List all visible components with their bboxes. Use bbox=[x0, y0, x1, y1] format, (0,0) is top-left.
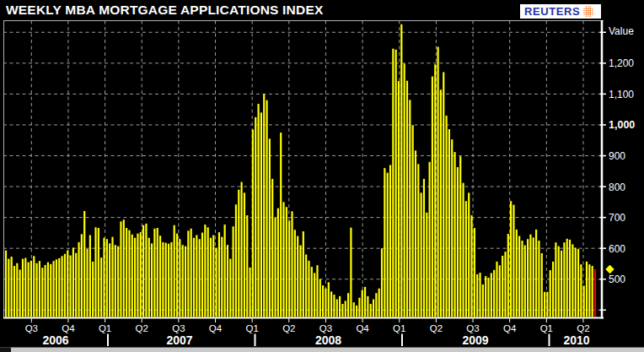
bar bbox=[389, 165, 391, 317]
bar bbox=[476, 274, 478, 317]
window-bottom-edge bbox=[0, 348, 644, 352]
bar bbox=[364, 287, 366, 317]
bar bbox=[233, 226, 234, 317]
bar bbox=[319, 279, 321, 317]
bar bbox=[257, 104, 259, 317]
bar bbox=[221, 237, 223, 317]
globe-dot bbox=[592, 8, 593, 8]
globe-dot bbox=[588, 9, 589, 11]
bar bbox=[491, 273, 492, 317]
bar bbox=[358, 298, 360, 317]
bar bbox=[277, 208, 279, 317]
bar bbox=[375, 293, 377, 317]
bar bbox=[367, 296, 368, 317]
bar bbox=[333, 295, 335, 317]
bar bbox=[378, 289, 380, 317]
globe-dot bbox=[584, 14, 585, 14]
quarter-label: Q1 bbox=[245, 323, 258, 333]
bar bbox=[282, 202, 284, 317]
value-tick-label: 800 bbox=[609, 181, 625, 193]
bar bbox=[145, 224, 147, 317]
bar bbox=[235, 204, 237, 317]
globe-dot bbox=[586, 8, 588, 9]
bar bbox=[157, 228, 158, 317]
value-axis-title: Value bbox=[609, 25, 634, 37]
bar bbox=[336, 300, 338, 317]
value-tick-label: 1,100 bbox=[609, 89, 634, 100]
bar bbox=[196, 235, 197, 317]
bar bbox=[52, 261, 54, 317]
bar bbox=[89, 235, 91, 317]
bar bbox=[384, 168, 385, 317]
globe-dot bbox=[588, 12, 589, 14]
bar bbox=[255, 117, 256, 317]
bar bbox=[134, 238, 136, 317]
bar bbox=[350, 228, 352, 317]
bar bbox=[100, 257, 102, 317]
chart-window: Q3Q4Q1Q2Q3Q4Q1Q2Q3Q4Q1Q2Q3Q4Q1Q220062007… bbox=[0, 0, 644, 352]
bar bbox=[465, 201, 467, 317]
globe-dot bbox=[588, 15, 588, 16]
bar bbox=[94, 227, 96, 317]
bar bbox=[550, 270, 551, 317]
reuters-logo: REUTERS bbox=[520, 4, 601, 19]
mortgage-applications-bar-chart: Q3Q4Q1Q2Q3Q4Q1Q2Q3Q4Q1Q2Q3Q4Q1Q220062007… bbox=[0, 0, 644, 352]
last-value-diamond-icon bbox=[605, 265, 614, 273]
value-tick-label: 600 bbox=[609, 243, 625, 255]
bar bbox=[504, 252, 506, 317]
bar bbox=[41, 268, 43, 317]
bar bbox=[325, 289, 326, 317]
bar bbox=[518, 236, 520, 317]
bar bbox=[199, 239, 201, 317]
bar bbox=[28, 263, 30, 317]
bar bbox=[241, 182, 243, 317]
globe-dot bbox=[588, 8, 589, 9]
bar bbox=[140, 232, 142, 317]
bar bbox=[227, 245, 228, 317]
bar bbox=[115, 245, 116, 317]
bar bbox=[563, 242, 565, 317]
bar bbox=[260, 112, 262, 317]
globe-dot bbox=[584, 8, 585, 8]
bar bbox=[246, 215, 248, 317]
quarter-label: Q2 bbox=[282, 323, 295, 333]
bar bbox=[229, 259, 231, 317]
bar bbox=[83, 211, 85, 317]
bar bbox=[538, 241, 539, 317]
bar bbox=[316, 265, 318, 317]
bar bbox=[263, 94, 265, 317]
bar bbox=[238, 190, 239, 317]
bar bbox=[487, 278, 489, 317]
bar bbox=[502, 256, 503, 317]
page-title: WEEKLY MBA MORTGAGE APPLICATIONS INDEX bbox=[6, 3, 323, 18]
bar bbox=[162, 242, 164, 317]
bar bbox=[434, 64, 436, 317]
bar bbox=[22, 259, 24, 317]
bar bbox=[16, 263, 18, 317]
bar bbox=[216, 247, 217, 317]
bar bbox=[128, 230, 130, 317]
bar bbox=[507, 234, 509, 317]
bar bbox=[588, 264, 590, 317]
year-label: 2008 bbox=[315, 333, 341, 347]
bar bbox=[47, 263, 49, 317]
bar bbox=[64, 254, 66, 317]
globe-dot bbox=[588, 14, 589, 15]
bar bbox=[137, 234, 138, 317]
bar bbox=[159, 236, 161, 317]
bar bbox=[314, 273, 315, 317]
bar bbox=[592, 266, 593, 317]
value-tick-label: 1,200 bbox=[609, 57, 634, 69]
bar bbox=[453, 152, 455, 317]
bar bbox=[353, 302, 355, 317]
bar bbox=[168, 244, 169, 317]
bar bbox=[109, 243, 110, 317]
bar bbox=[106, 239, 108, 317]
bar bbox=[330, 291, 332, 317]
globe-dot bbox=[586, 9, 588, 11]
quarter-label: Q3 bbox=[466, 323, 479, 333]
bar bbox=[11, 257, 13, 317]
bar bbox=[569, 240, 571, 317]
bar bbox=[387, 173, 389, 317]
bar bbox=[305, 254, 307, 317]
